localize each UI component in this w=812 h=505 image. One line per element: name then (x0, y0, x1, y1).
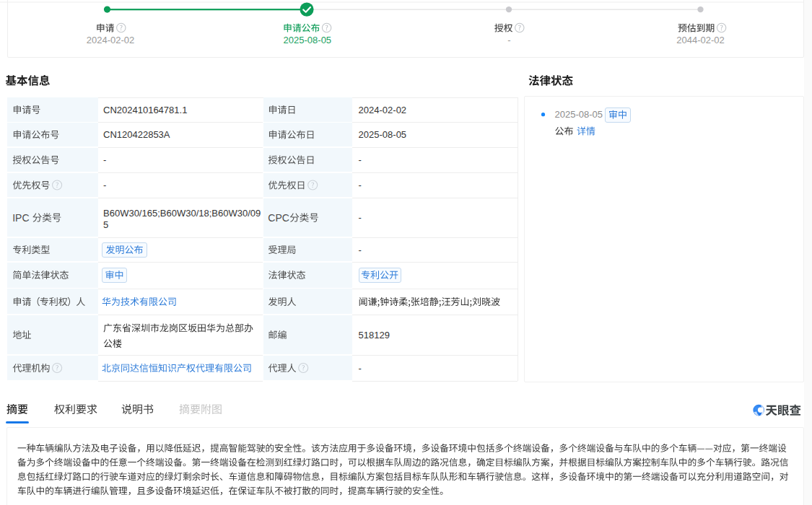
svg-text:2025-08-05: 2025-08-05 (284, 35, 332, 45)
svg-text:518129: 518129 (359, 330, 390, 341)
svg-text:5: 5 (103, 219, 108, 230)
svg-text:-: - (103, 154, 106, 165)
svg-text:-: - (359, 363, 362, 374)
svg-text:CN202410164781.1: CN202410164781.1 (103, 105, 187, 115)
svg-text:2044-02-02: 2044-02-02 (676, 35, 725, 45)
svg-text:B60W30/165;B60W30/18;B60W30/09: B60W30/165;B60W30/18;B60W30/09 (103, 208, 261, 219)
svg-text:-: - (359, 180, 362, 190)
svg-text:2025-08-05: 2025-08-05 (359, 129, 406, 140)
svg-text:CPC: CPC (268, 212, 289, 224)
svg-text:CN120422853A: CN120422853A (103, 129, 170, 140)
svg-text:2025-08-05: 2025-08-05 (555, 109, 603, 120)
svg-text:-: - (103, 180, 106, 190)
svg-text:-: - (359, 154, 362, 165)
svg-text:IPC: IPC (12, 212, 29, 224)
svg-text:-: - (507, 35, 510, 45)
svg-text:-: - (359, 212, 362, 223)
svg-text:-: - (359, 245, 362, 255)
svg-text:2024-02-02: 2024-02-02 (87, 35, 135, 45)
svg-text:2024-02-02: 2024-02-02 (359, 105, 406, 115)
